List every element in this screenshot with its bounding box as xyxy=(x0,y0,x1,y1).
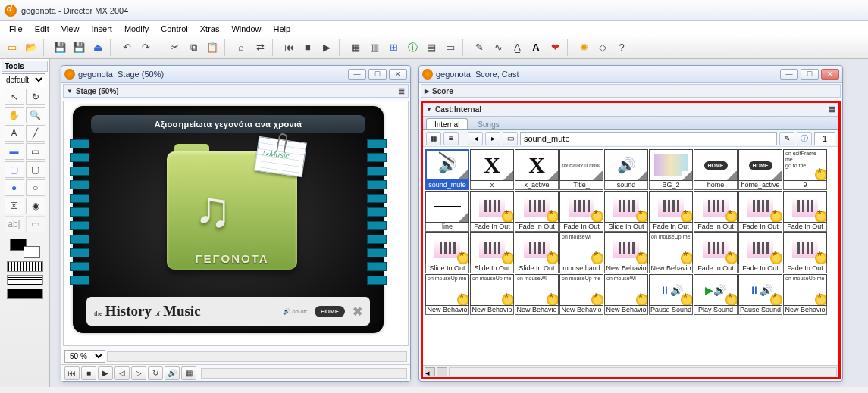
menu-window[interactable]: Window xyxy=(225,23,267,35)
next-member-button[interactable]: ▸ xyxy=(485,132,500,145)
cast-grid[interactable]: 🔊sound_muteXxXx_activethe History of Mus… xyxy=(423,147,838,365)
sprite-handle[interactable] xyxy=(70,221,89,230)
stage-canvas-area[interactable]: Αξιοσημείωτα γεγονότα ανα χρονιά ♫ ΓΕΓΟΝ… xyxy=(63,101,409,346)
member-name-input[interactable] xyxy=(520,132,777,145)
list-view-button[interactable]: ≡ xyxy=(443,132,459,145)
ellipse-tool[interactable]: ○ xyxy=(26,179,45,196)
cast-member[interactable]: Slide In Out xyxy=(515,232,559,273)
cast-member[interactable]: Slide In Out xyxy=(470,232,514,273)
stop-button[interactable]: ■ xyxy=(299,39,317,57)
cast-member[interactable]: on mouseWimouse hand xyxy=(559,232,603,273)
selected-only-icon[interactable]: ▦ xyxy=(181,366,196,380)
cut-button[interactable]: ✂ xyxy=(165,39,183,57)
tools-header[interactable]: Tools xyxy=(2,61,48,72)
maximize-button[interactable]: ☐ xyxy=(801,69,819,80)
menu-view[interactable]: View xyxy=(55,23,86,35)
cast-member[interactable]: Xx xyxy=(470,149,514,190)
checkbox-tool[interactable]: ☒ xyxy=(5,198,24,214)
filled-rect-tool[interactable]: ▬ xyxy=(5,143,24,160)
round-rect-tool[interactable]: ▢ xyxy=(26,161,45,178)
menu-xtras[interactable]: Xtras xyxy=(194,23,226,35)
cast-member[interactable]: Fade In Out xyxy=(694,232,738,273)
sprite-handle[interactable] xyxy=(367,221,387,230)
find-cast-button[interactable]: ⌕ xyxy=(232,39,250,57)
cast-member[interactable]: Fade In Out xyxy=(738,191,782,232)
cast-member[interactable]: HOMEhome xyxy=(694,149,738,190)
close-x-button[interactable]: ✖ xyxy=(353,304,362,319)
pattern-b[interactable] xyxy=(7,275,43,285)
rect-tool[interactable]: ▭ xyxy=(26,143,45,160)
filled-ellipse-tool[interactable]: ● xyxy=(5,179,24,196)
cast-member[interactable]: line xyxy=(425,191,469,232)
tab-internal[interactable]: Internal xyxy=(426,118,468,129)
close-button[interactable]: ✕ xyxy=(821,69,839,80)
sprite-handle[interactable] xyxy=(70,194,89,203)
cast-member[interactable]: ▶🔊Play Sound xyxy=(694,274,738,315)
filled-round-tect-tool[interactable]: ▢ xyxy=(5,161,24,178)
stop-icon[interactable]: ■ xyxy=(81,366,96,380)
pattern-c[interactable] xyxy=(7,289,43,299)
paste-button[interactable]: 📋 xyxy=(203,39,221,57)
menu-help[interactable]: Help xyxy=(268,23,297,35)
loop-icon[interactable]: ↻ xyxy=(148,366,163,380)
cast-member[interactable]: Slide In Out xyxy=(425,232,469,273)
copy-button[interactable]: ⧉ xyxy=(184,39,202,57)
stage-window-titlebar[interactable]: gegonota: Stage (50%) — ☐ ✕ xyxy=(61,66,410,83)
line-tool[interactable]: ╱ xyxy=(26,125,45,142)
text-button[interactable]: A xyxy=(527,39,545,57)
paint-button[interactable]: ✎ xyxy=(470,39,488,57)
sprite-handle[interactable] xyxy=(70,139,89,148)
play-icon[interactable]: ▶ xyxy=(98,366,113,380)
arrow-tool[interactable]: ↖ xyxy=(5,89,24,105)
sprite-handle[interactable] xyxy=(367,248,387,257)
cast-member[interactable]: Slide In Out xyxy=(604,191,648,232)
sprite-handle[interactable] xyxy=(70,153,89,162)
cast-member[interactable]: on mouseUp meNew Behavio xyxy=(470,274,514,315)
cast-member[interactable]: Fade In Out xyxy=(559,191,603,232)
text-tool-button[interactable]: A̲ xyxy=(508,39,526,57)
sprite-handle[interactable] xyxy=(367,194,387,203)
new-button[interactable]: ▭ xyxy=(3,39,21,57)
magnify-tool[interactable]: 🔍 xyxy=(26,107,45,123)
drag-member-button[interactable]: ▭ xyxy=(503,132,518,145)
undo-button[interactable]: ↶ xyxy=(118,39,136,57)
behavior-button[interactable]: ✺ xyxy=(575,39,593,57)
shockwave-button[interactable]: ❤ xyxy=(546,39,564,57)
cast-member[interactable]: on mouseUp meNew Behavio xyxy=(559,274,603,315)
sprite-handle[interactable] xyxy=(367,235,387,244)
sprite-handle[interactable] xyxy=(70,180,89,189)
prev-member-button[interactable]: ◂ xyxy=(468,132,483,145)
sprite-handle[interactable] xyxy=(367,153,387,162)
radio-tool[interactable]: ◉ xyxy=(26,198,45,214)
sprite-handle[interactable] xyxy=(70,207,89,217)
cast-member[interactable]: Fade In Out xyxy=(738,232,782,273)
hand-tool[interactable]: ✋ xyxy=(5,107,24,123)
publish-button[interactable]: ⏏ xyxy=(89,39,107,57)
volume-icon[interactable]: 🔊 xyxy=(165,366,180,380)
save-button[interactable]: 💾 xyxy=(51,39,69,57)
open-button[interactable]: 📂 xyxy=(22,39,40,57)
sprite-handle[interactable] xyxy=(367,139,387,148)
help-button[interactable]: ? xyxy=(613,39,631,57)
menu-control[interactable]: Control xyxy=(155,23,193,35)
tab-songs[interactable]: Songs xyxy=(469,118,507,129)
cast-member[interactable]: Fade In Out xyxy=(515,191,559,232)
cast-member[interactable]: 🔊sound xyxy=(604,149,648,190)
cast-h-scrollbar[interactable]: ◂ xyxy=(423,365,838,377)
cast-member[interactable]: 🔊sound_mute xyxy=(425,149,469,190)
minimize-button[interactable]: — xyxy=(348,69,366,80)
menu-insert[interactable]: Insert xyxy=(85,23,118,35)
cast-member[interactable]: on mouseUp meNew Behavio xyxy=(425,274,469,315)
cast-member[interactable]: ⏸🔊Pause Sound xyxy=(738,274,782,315)
stage-window-button[interactable]: ▦ xyxy=(346,39,365,57)
cast-panel-header[interactable]: ▼ Cast:Internal ≣ xyxy=(423,103,838,117)
thumbnail-view-button[interactable]: ▦ xyxy=(426,132,441,145)
cast-member[interactable]: on mouseWiNew Behavio xyxy=(604,274,648,315)
minimize-button[interactable]: — xyxy=(780,69,798,80)
h-scrollbar[interactable] xyxy=(107,351,407,362)
cast-member[interactable]: ⏸🔊Pause Sound xyxy=(649,274,693,315)
cast-member[interactable]: the History of MusicTitle_ xyxy=(559,149,603,190)
sound-toggle[interactable]: 🔊 on off xyxy=(283,308,307,315)
sprite-handle[interactable] xyxy=(70,276,89,285)
cast-member[interactable]: Fade In Out xyxy=(649,191,693,232)
